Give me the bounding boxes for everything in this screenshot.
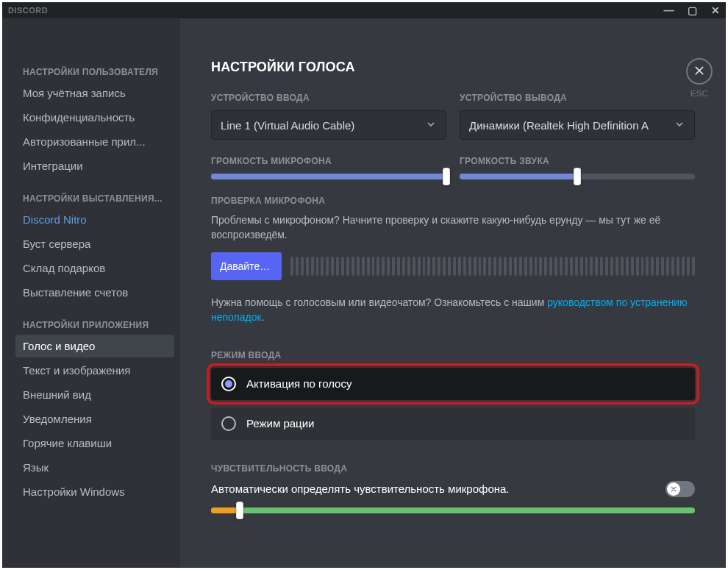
sidebar-item-appearance[interactable]: Внешний вид	[15, 383, 174, 406]
sidebar-item-notifications[interactable]: Уведомления	[15, 407, 174, 430]
help-suffix: .	[262, 311, 265, 323]
input-mode-header: РЕЖИМ ВВОДА	[211, 350, 695, 360]
output-device-label: УСТРОЙСТВО ВЫВОДА	[460, 93, 695, 103]
page-title: НАСТРОЙКИ ГОЛОСА	[211, 60, 695, 75]
input-device-select[interactable]: Line 1 (Virtual Audio Cable)	[211, 110, 446, 140]
sidebar-item-voice-video[interactable]: Голос и видео	[15, 335, 174, 357]
sidebar-item-language[interactable]: Язык	[15, 456, 174, 479]
sensitivity-header: ЧУВСТВИТЕЛЬНОСТЬ ВВОДА	[211, 463, 695, 474]
maximize-button[interactable]: ▢	[688, 5, 698, 15]
help-text: Нужна помощь с голосовым или видеочатом?…	[211, 295, 695, 325]
sidebar-section-user: НАСТРОЙКИ ПОЛЬЗОВАТЕЛЯ	[15, 63, 174, 82]
app-name: DISCORD	[8, 6, 48, 15]
sidebar-item-integrations[interactable]: Интеграции	[15, 154, 174, 177]
sidebar-item-privacy[interactable]: Конфиденциальность	[15, 106, 174, 129]
sidebar-item-keybinds[interactable]: Горячие клавиши	[15, 432, 174, 455]
close-button[interactable]: ✕	[711, 5, 721, 15]
mic-check-button-label: Давайте пр...	[220, 260, 273, 272]
sidebar-item-account[interactable]: Моя учётная запись	[15, 82, 174, 104]
speaker-volume-slider[interactable]	[460, 174, 695, 179]
output-device-value: Динамики (Realtek High Definition A	[469, 119, 674, 132]
sensitivity-auto-toggle[interactable]	[665, 481, 695, 497]
settings-sidebar: НАСТРОЙКИ ПОЛЬЗОВАТЕЛЯ Моя учётная запис…	[2, 18, 180, 568]
sidebar-item-windows[interactable]: Настройки Windows	[15, 480, 174, 503]
input-mode-voice-label: Активация по голосу	[246, 377, 351, 390]
sidebar-item-billing[interactable]: Выставление счетов	[15, 281, 174, 304]
settings-content: ESC НАСТРОЙКИ ГОЛОСА УСТРОЙСТВО ВВОДА Li…	[180, 18, 726, 568]
sidebar-section-app: НАСТРОЙКИ ПРИЛОЖЕНИЯ	[15, 316, 174, 335]
radio-indicator-icon	[221, 416, 236, 431]
input-device-label: УСТРОЙСТВО ВВОДА	[211, 93, 446, 103]
sensitivity-slider[interactable]	[211, 507, 695, 513]
chevron-down-icon	[425, 118, 437, 132]
minimize-button[interactable]: —	[664, 5, 675, 15]
sidebar-item-boost[interactable]: Буст сервера	[15, 232, 174, 255]
help-prefix: Нужна помощь с голосовым или видеочатом?…	[211, 296, 547, 308]
close-icon	[693, 65, 705, 79]
mic-volume-slider[interactable]	[211, 174, 446, 179]
mic-check-header: ПРОВЕРКА МИКРОФОНА	[211, 196, 695, 206]
close-settings-button[interactable]: ESC	[686, 58, 713, 98]
mic-check-button[interactable]: Давайте пр...	[211, 252, 282, 280]
titlebar: DISCORD — ▢ ✕	[2, 2, 726, 18]
window-controls: — ▢ ✕	[664, 5, 721, 15]
sidebar-item-nitro[interactable]: Discord Nitro	[15, 208, 174, 231]
chevron-down-icon	[674, 118, 685, 132]
sidebar-item-text-images[interactable]: Текст и изображения	[15, 359, 174, 382]
input-mode-voice-activity[interactable]: Активация по голосу	[211, 368, 695, 400]
mic-vu-meter	[290, 257, 695, 276]
app-window: DISCORD — ▢ ✕ НАСТРОЙКИ ПОЛЬЗОВАТЕЛЯ Моя…	[2, 2, 726, 568]
mic-volume-label: ГРОМКОСТЬ МИКРОФОНА	[211, 156, 446, 166]
input-mode-ptt-label: Режим рации	[246, 417, 314, 430]
sensitivity-toggle-label: Автоматически определять чувствительност…	[211, 482, 655, 495]
sidebar-item-authorized-apps[interactable]: Авторизованные прил...	[15, 130, 174, 153]
sidebar-section-billing: НАСТРОЙКИ ВЫСТАВЛЕНИЯ...	[15, 189, 174, 208]
sidebar-item-gifts[interactable]: Склад подарков	[15, 257, 174, 279]
input-device-value: Line 1 (Virtual Audio Cable)	[221, 119, 425, 132]
esc-label: ESC	[690, 89, 708, 98]
mic-check-description: Проблемы с микрофоном? Начните проверку …	[211, 213, 695, 242]
output-device-select[interactable]: Динамики (Realtek High Definition A	[460, 110, 695, 140]
input-mode-push-to-talk[interactable]: Режим рации	[211, 407, 695, 440]
switch-off-icon	[670, 482, 677, 495]
radio-indicator-icon	[221, 377, 236, 391]
speaker-volume-label: ГРОМКОСТЬ ЗВУКА	[460, 156, 695, 166]
